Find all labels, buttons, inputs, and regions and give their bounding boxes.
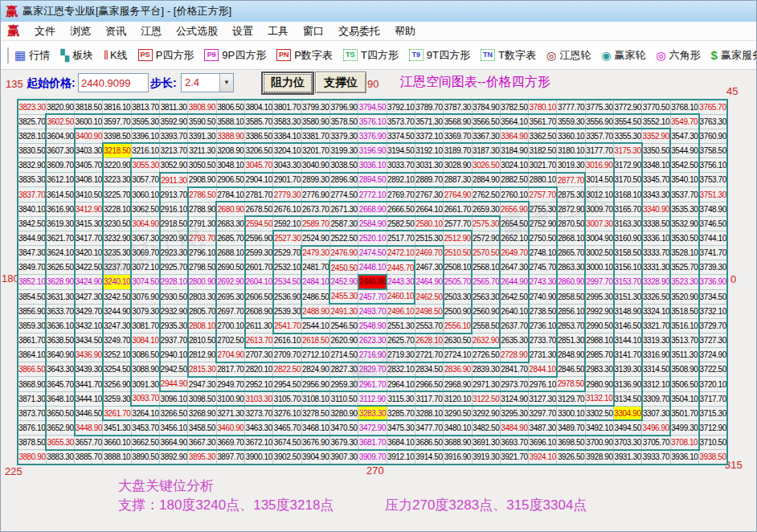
price-cell: 3588.10 bbox=[216, 114, 244, 129]
price-cell: 2740.90 bbox=[529, 289, 557, 304]
price-cell: 2961.70 bbox=[358, 377, 387, 391]
price-cell: 3854.50 bbox=[18, 289, 46, 304]
menu-item-文件[interactable]: 文件 bbox=[27, 23, 63, 39]
price-cell: 2503.30 bbox=[444, 289, 472, 304]
menu-bar: 赢 文件浏览资讯江恩公式选股设置工具窗口交易委托帮助 bbox=[1, 22, 756, 41]
price-cell: 2846.50 bbox=[557, 362, 585, 377]
price-cell: 2652.10 bbox=[500, 231, 528, 245]
price-cell: 2450.50 bbox=[329, 260, 358, 275]
toolbar-label: K线 bbox=[110, 48, 128, 63]
price-cell: 2743.30 bbox=[529, 275, 557, 289]
toolbar-button-K线[interactable]: ⫼K线 bbox=[104, 48, 128, 63]
price-cell: 2822.50 bbox=[273, 362, 301, 377]
price-cell: 2988.10 bbox=[585, 334, 613, 348]
menu-item-设置[interactable]: 设置 bbox=[225, 23, 260, 39]
price-cell: 3732.10 bbox=[699, 304, 728, 318]
price-cell: 2616.10 bbox=[273, 334, 301, 348]
price-cell: 3636.10 bbox=[46, 318, 74, 333]
toolbar-button-六角形[interactable]: ◎六角形 bbox=[656, 48, 700, 63]
price-cell: 3609.70 bbox=[46, 158, 74, 173]
price-cell: 3249.70 bbox=[103, 334, 131, 348]
kline-icon: ⫼ bbox=[104, 50, 107, 61]
toolbar-drag-handle-icon[interactable] bbox=[7, 47, 9, 63]
price-cell: 3568.90 bbox=[444, 114, 472, 129]
price-cell: 3132.10 bbox=[585, 391, 613, 406]
price-cell: 2712.10 bbox=[301, 348, 329, 362]
price-cell: 3561.70 bbox=[529, 114, 557, 129]
price-cell: 3859.30 bbox=[18, 318, 46, 333]
price-cell: 3664.90 bbox=[160, 436, 188, 450]
price-cell: 3458.50 bbox=[188, 420, 216, 435]
price-cell: 3559.30 bbox=[557, 114, 585, 129]
title-bar[interactable]: 赢 赢家江恩专业版[赢家服务平台] - [价格正方形] bbox=[1, 1, 756, 22]
price-cell: 3244.90 bbox=[103, 304, 131, 318]
menu-item-资讯[interactable]: 资讯 bbox=[98, 23, 133, 39]
price-cell: 2736.10 bbox=[529, 318, 557, 333]
price-cell: 3451.30 bbox=[103, 420, 131, 435]
chevron-down-icon[interactable]: ▼ bbox=[219, 74, 233, 92]
price-cell: 2755.30 bbox=[529, 202, 557, 216]
toolbar-button-行情[interactable]: ▦行情 bbox=[14, 48, 50, 63]
price-cell: 3806.50 bbox=[216, 100, 244, 114]
price-cell: 3705.70 bbox=[642, 436, 670, 450]
price-cell: 2863.30 bbox=[557, 260, 585, 275]
toolbar-button-9P四方形[interactable]: P99P四方形 bbox=[204, 48, 266, 63]
price-cell: 2541.70 bbox=[273, 318, 301, 333]
menu-item-工具[interactable]: 工具 bbox=[260, 23, 296, 39]
price-cell: 3938.50 bbox=[699, 450, 728, 464]
price-cell: 3129.70 bbox=[557, 391, 585, 406]
price-cell: 2457.70 bbox=[358, 289, 387, 304]
price-cell: 2719.30 bbox=[387, 348, 415, 362]
start-price-input[interactable] bbox=[78, 73, 149, 92]
winner-service-icon: $ bbox=[711, 50, 718, 61]
toolbar-button-P四方形[interactable]: PSP四方形 bbox=[138, 48, 194, 63]
price-cell: 3043.30 bbox=[273, 158, 301, 173]
price-cell: 2757.70 bbox=[529, 187, 557, 202]
price-cell: 2642.50 bbox=[500, 289, 528, 304]
price-cell: 2649.70 bbox=[500, 246, 528, 260]
menu-item-帮助[interactable]: 帮助 bbox=[387, 23, 423, 39]
menu-item-窗口[interactable]: 窗口 bbox=[296, 23, 331, 39]
price-cell: 3916.90 bbox=[444, 450, 472, 464]
price-cell: 2587.30 bbox=[329, 216, 358, 231]
p-number-table-icon: PN bbox=[276, 49, 291, 61]
toolbar-button-江恩轮[interactable]: ◎江恩轮 bbox=[546, 48, 591, 63]
resistance-button[interactable]: 阻力位 bbox=[261, 72, 314, 95]
menu-item-浏览[interactable]: 浏览 bbox=[63, 23, 98, 39]
price-cell: 3818.50 bbox=[75, 100, 103, 114]
price-cell: 2594.50 bbox=[245, 216, 273, 231]
price-cell: 2524.90 bbox=[301, 231, 329, 245]
price-cell: 3595.30 bbox=[131, 114, 159, 129]
menu-item-交易委托[interactable]: 交易委托 bbox=[331, 23, 387, 39]
price-cell: 3655.30 bbox=[46, 436, 74, 450]
menu-item-公式选股[interactable]: 公式选股 bbox=[169, 23, 225, 39]
price-cell: 3530.50 bbox=[670, 231, 698, 245]
toolbar-button-赢家轮[interactable]: ◉赢家轮 bbox=[601, 48, 645, 63]
price-cell: 3501.70 bbox=[670, 406, 698, 420]
menu-item-江恩[interactable]: 江恩 bbox=[133, 23, 169, 39]
price-cell: 2517.70 bbox=[387, 231, 415, 245]
price-cell: 3811.30 bbox=[160, 100, 188, 114]
price-cell: 3199.30 bbox=[329, 143, 358, 158]
price-cell: 3259.30 bbox=[103, 391, 131, 406]
price-cell: 3148.90 bbox=[614, 304, 642, 318]
price-cell: 2582.50 bbox=[387, 216, 415, 231]
support-button[interactable]: 支撑位 bbox=[315, 72, 366, 93]
toolbar-button-9T四方形[interactable]: T99T四方形 bbox=[409, 48, 470, 63]
step-combobox[interactable]: 2.4 ▼ bbox=[181, 73, 234, 92]
price-cell: 3535.30 bbox=[670, 202, 698, 216]
toolbar-button-T数字表[interactable]: TNT数字表 bbox=[481, 48, 536, 63]
toolbar-button-赢家服务[interactable]: $赢家服务 bbox=[711, 48, 757, 63]
price-cell: 3537.70 bbox=[670, 187, 698, 202]
price-cell: 3676.90 bbox=[301, 436, 329, 450]
price-cell: 2608.90 bbox=[245, 304, 273, 318]
price-cell: 3019.30 bbox=[557, 158, 585, 173]
price-cell: 3386.50 bbox=[245, 129, 273, 143]
toolbar-button-T四方形[interactable]: TST四方形 bbox=[343, 48, 399, 63]
price-cell: 3640.90 bbox=[46, 348, 74, 362]
toolbar-button-板块[interactable]: ▚板块 bbox=[60, 48, 93, 63]
price-cell: 3712.90 bbox=[699, 420, 728, 435]
toolbar-button-P数字表[interactable]: PNP数字表 bbox=[276, 48, 333, 63]
price-cell: 2762.50 bbox=[472, 187, 500, 202]
price-cell: 3643.30 bbox=[46, 362, 74, 377]
